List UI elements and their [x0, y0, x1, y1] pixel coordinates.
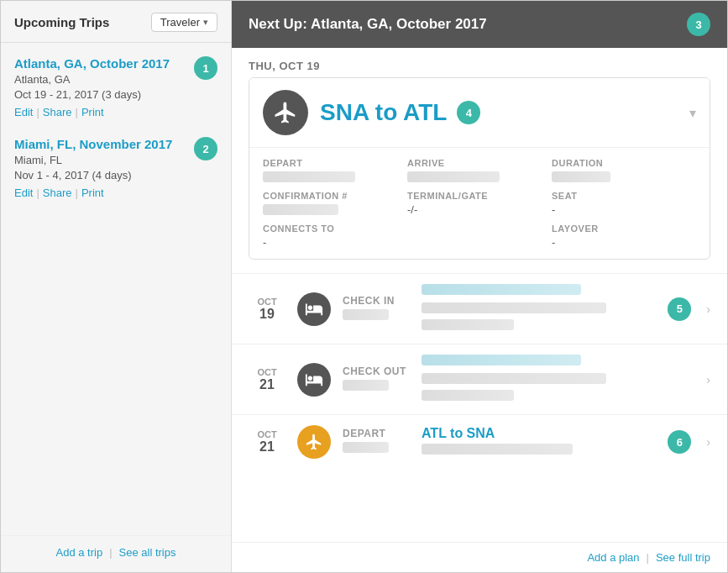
date-label: THU, OCT 19: [232, 48, 727, 77]
flight-card: SNA to ATL 4 ▾ DEPART ARRIVE: [249, 77, 710, 260]
checkin-info-col: [422, 284, 656, 334]
traveler-button[interactable]: Traveler: [151, 13, 217, 32]
checkout-hotel-name: [422, 355, 581, 365]
duration-label: DURATION: [552, 158, 696, 168]
checkout-label: CHECK OUT: [343, 365, 410, 377]
depart-label: DEPART: [343, 428, 410, 439]
checkin-sub: [343, 309, 389, 320]
checkin-hotel-icon: [297, 292, 331, 326]
airplane-depart-icon: [305, 433, 323, 451]
seat-value: -: [552, 203, 696, 216]
checkout-addr2: [422, 390, 514, 401]
terminal-label: TERMINAL/GATE: [407, 191, 552, 201]
checkin-addr2: [422, 319, 514, 330]
add-trip-link[interactable]: Add a trip: [56, 546, 103, 559]
trip-edit-miami[interactable]: Edit: [14, 187, 33, 199]
main-header: Next Up: Atlanta, GA, October 2017 3: [232, 1, 727, 48]
trip-actions-miami: Edit | Share | Print: [14, 187, 217, 199]
checkin-row[interactable]: OCT 19 CHECK IN 5 ›: [232, 273, 727, 344]
sidebar-header: Upcoming Trips Traveler: [1, 1, 231, 43]
hotel-checkout-icon: [305, 371, 323, 389]
trip-dates-atlanta: Oct 19 - 21, 2017 (3 days): [14, 88, 217, 101]
checkout-info-col: [422, 355, 694, 404]
flight-info-grid-3: CONNECTS TO - LAYOVER -: [249, 218, 710, 259]
see-full-trip-link[interactable]: See full trip: [656, 551, 710, 564]
layover-value: -: [552, 236, 696, 249]
trip-item-atlanta: Atlanta, GA, October 2017 Atlanta, GA Oc…: [14, 56, 217, 118]
trip-badge-2: 2: [194, 137, 217, 160]
checkout-sub: [343, 380, 389, 391]
connects-label: CONNECTS TO: [263, 223, 407, 234]
checkout-date: OCT 21: [249, 367, 285, 392]
checkin-chevron-icon[interactable]: ›: [706, 302, 710, 316]
depart-sub: [343, 442, 389, 453]
trip-item-miami: Miami, FL, November 2017 Miami, FL Nov 1…: [14, 137, 217, 199]
trip-title-atlanta[interactable]: Atlanta, GA, October 2017: [14, 56, 217, 71]
main-header-badge: 3: [687, 13, 710, 36]
depart-route: ATL to SNA: [422, 426, 656, 441]
flight-icon-circle: [263, 90, 308, 135]
depart-info-col: ATL to SNA: [422, 426, 656, 458]
arrive-col: ARRIVE: [407, 158, 552, 186]
connects-value: -: [263, 236, 407, 249]
trip-title-miami[interactable]: Miami, FL, November 2017: [14, 137, 217, 151]
duration-col: DURATION: [552, 158, 696, 186]
arrive-value: [407, 171, 500, 182]
see-all-trips-link[interactable]: See all trips: [119, 546, 176, 559]
main-footer: Add a plan | See full trip: [232, 542, 727, 572]
trip-badge-1: 1: [194, 56, 217, 80]
activity-badge-6: 6: [668, 430, 691, 454]
depart-addr: [422, 444, 573, 455]
depart-value: [263, 171, 355, 182]
checkin-type-col: CHECK IN: [343, 295, 410, 323]
checkin-date: OCT 19: [249, 297, 285, 322]
checkout-addr1: [422, 373, 606, 384]
trip-actions-atlanta: Edit | Share | Print: [14, 106, 217, 118]
flight-card-header[interactable]: SNA to ATL 4 ▾: [249, 78, 710, 148]
hotel-icon: [305, 300, 323, 318]
confirmation-label: CONFIRMATION #: [263, 191, 407, 201]
trip-print-miami[interactable]: Print: [81, 187, 104, 199]
airplane-icon: [273, 100, 298, 125]
layover-col: LAYOVER -: [552, 223, 696, 249]
seat-col: SEAT -: [552, 191, 696, 218]
checkout-chevron-icon[interactable]: ›: [706, 373, 710, 386]
trip-share-atlanta[interactable]: Share: [43, 106, 72, 118]
add-plan-link[interactable]: Add a plan: [587, 551, 639, 564]
activity-badge-5: 5: [668, 297, 691, 321]
terminal-value: -/-: [407, 203, 552, 216]
flight-chevron-icon[interactable]: ▾: [689, 105, 696, 121]
connects-col: CONNECTS TO -: [263, 223, 407, 249]
main-panel: Next Up: Atlanta, GA, October 2017 3 THU…: [232, 1, 727, 572]
depart-chevron-icon[interactable]: ›: [706, 435, 710, 449]
sidebar-trips-list: Atlanta, GA, October 2017 Atlanta, GA Oc…: [1, 43, 231, 535]
trip-print-atlanta[interactable]: Print: [81, 106, 104, 118]
flight-badge-4: 4: [457, 101, 480, 124]
sidebar-footer: Add a trip | See all trips: [1, 535, 231, 572]
arrive-label: ARRIVE: [407, 158, 552, 168]
checkout-type-col: CHECK OUT: [343, 365, 410, 394]
sidebar-title: Upcoming Trips: [14, 15, 109, 29]
trip-location-atlanta: Atlanta, GA: [14, 73, 217, 86]
checkout-hotel-icon: [297, 363, 331, 397]
checkin-hotel-name: [422, 284, 581, 295]
duration-value: [552, 171, 610, 182]
trip-edit-atlanta[interactable]: Edit: [14, 106, 33, 118]
depart-type-col: DEPART: [343, 428, 410, 456]
confirmation-col: CONFIRMATION #: [263, 191, 407, 218]
flight-route: SNA to ATL: [320, 99, 447, 126]
checkout-row[interactable]: OCT 21 CHECK OUT ›: [232, 344, 727, 414]
depart-row[interactable]: OCT 21 DEPART ATL to SNA 6 ›: [232, 414, 727, 469]
layover-label: LAYOVER: [552, 223, 696, 234]
seat-label: SEAT: [552, 191, 696, 201]
depart-col: DEPART: [263, 158, 407, 186]
flight-info-grid-2: CONFIRMATION # TERMINAL/GATE -/- SEAT -: [249, 186, 710, 218]
depart-label: DEPART: [263, 158, 407, 168]
confirmation-value: [263, 204, 338, 215]
depart-date: OCT 21: [249, 429, 285, 455]
checkin-label: CHECK IN: [343, 295, 410, 307]
main-body: THU, OCT 19 SNA to ATL 4 ▾: [232, 48, 727, 542]
flight-info-grid-1: DEPART ARRIVE DURATION: [249, 148, 710, 186]
trip-share-miami[interactable]: Share: [43, 187, 72, 199]
main-header-title: Next Up: Atlanta, GA, October 2017: [249, 16, 487, 33]
